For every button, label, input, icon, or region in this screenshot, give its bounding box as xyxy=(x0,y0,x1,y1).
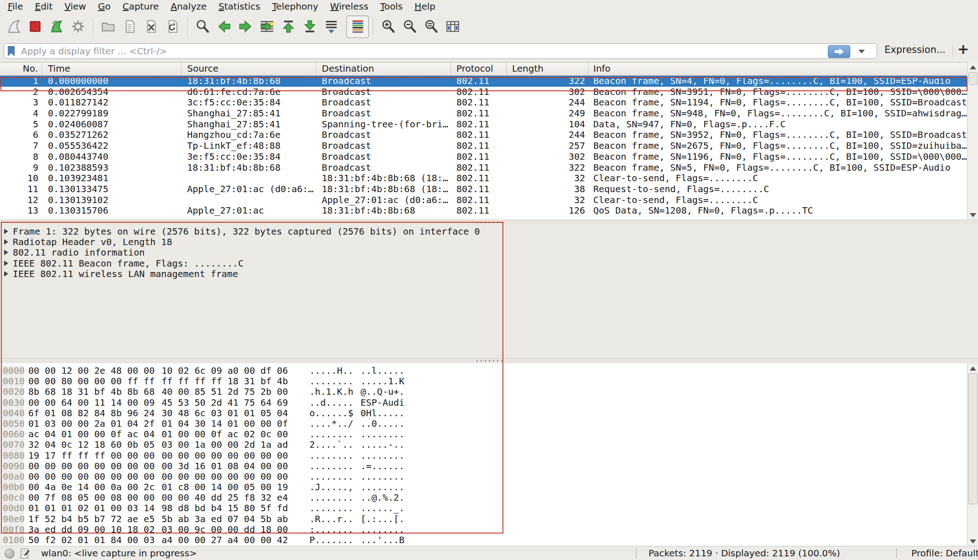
packet-list-scrollbar[interactable] xyxy=(967,63,978,220)
hex-bytes-group2[interactable]: 00 00 00 00 00 00 00 00 xyxy=(162,471,288,482)
expand-arrow-icon[interactable] xyxy=(4,271,8,277)
expand-arrow-icon[interactable] xyxy=(4,250,8,255)
hex-bytes-group1[interactable]: 6f 01 08 82 84 8b 96 24 xyxy=(28,408,155,419)
hex-bytes-group1[interactable]: 00 7f 08 05 00 08 00 00 xyxy=(28,492,155,503)
hex-bytes-group1[interactable]: 01 01 01 02 01 00 03 14 xyxy=(28,503,155,513)
hex-bytes-group1[interactable]: 1f 52 b4 b5 b7 72 ae e5 xyxy=(28,514,155,524)
hex-ascii-group2[interactable]: ESP-Audi xyxy=(361,398,406,408)
hex-row[interactable]: 0020 8b 68 18 31 bf 4b 8b 68 40 00 85 51… xyxy=(0,387,968,397)
hex-row[interactable]: 00d0 01 01 01 02 01 00 03 14 98 d8 bd b4… xyxy=(0,503,968,513)
hex-bytes-group1[interactable]: ac 04 01 00 00 0f ac 04 xyxy=(28,429,155,440)
hex-ascii-group2[interactable]: 0Hl..... xyxy=(361,408,406,419)
display-filter-input[interactable]: Apply a display filter ... <Ctrl-/> xyxy=(4,43,877,59)
hex-row[interactable]: 00e0 1f 52 b4 b5 b7 72 ae e5 5b ab 3a ed… xyxy=(0,514,968,524)
go-forward-button[interactable] xyxy=(235,16,256,37)
column-header-time[interactable]: Time xyxy=(42,63,182,75)
packet-bytes-scrollbar[interactable] xyxy=(967,364,978,546)
packet-row[interactable]: 4 0.022799189 Shanghai_27:85:41 Broadcas… xyxy=(0,108,968,119)
column-header-no[interactable]: No. xyxy=(0,63,42,75)
expand-arrow-icon[interactable] xyxy=(4,229,8,234)
hex-ascii-group1[interactable]: .....H.. xyxy=(309,366,355,376)
packet-row[interactable]: 11 0.130133475 Apple_27:01:ac (d0:a6:… 1… xyxy=(0,184,968,195)
scroll-down-icon[interactable] xyxy=(968,210,978,220)
hex-ascii-group2[interactable]: ........ xyxy=(361,471,406,482)
hex-ascii-group1[interactable]: ....*../ xyxy=(309,419,355,429)
restart-capture-button[interactable] xyxy=(46,16,67,37)
hex-bytes-group2[interactable]: 45 53 50 2d 41 75 64 69 xyxy=(162,398,288,408)
hex-bytes-group1[interactable]: 00 00 00 00 00 00 00 00 xyxy=(28,461,155,471)
hex-ascii-group1[interactable]: ........ xyxy=(309,492,355,503)
hex-ascii-group1[interactable]: 2....`.. xyxy=(309,440,355,450)
hex-bytes-group2[interactable]: 01 c8 00 14 00 05 00 19 xyxy=(162,482,288,492)
packet-row[interactable]: 13 0.130315706 Apple_27:01:ac 18:31:bf:4… xyxy=(0,205,968,216)
hex-bytes-group1[interactable]: 00 00 80 00 00 00 ff ff xyxy=(28,376,155,387)
menu-item[interactable]: Go xyxy=(92,0,117,13)
hex-bytes-group2[interactable]: 00 00 40 dd 25 f8 32 e4 xyxy=(162,492,288,503)
go-to-packet-button[interactable] xyxy=(256,16,277,37)
hex-ascii-group2[interactable]: ........ xyxy=(361,429,406,440)
zoom-reset-button[interactable] xyxy=(420,16,442,37)
packet-row[interactable]: 6 0.035271262 Hangzhou_cd:7a:6e Broadcas… xyxy=(0,130,968,141)
hex-ascii-group2[interactable]: [.:...[. xyxy=(361,514,406,524)
add-filter-button[interactable]: + xyxy=(957,41,969,57)
hex-ascii-group1[interactable]: .h.1.K.h xyxy=(309,387,355,397)
open-file-button[interactable] xyxy=(97,16,119,37)
hex-ascii-group2[interactable]: .....-.. xyxy=(361,440,406,450)
go-first-packet-button[interactable] xyxy=(277,16,299,37)
hex-bytes-group2[interactable]: 98 d8 bd b4 15 80 5f fd xyxy=(162,503,288,513)
hex-row[interactable]: 0050 01 03 00 00 2a 01 04 2f 01 04 30 14… xyxy=(0,419,968,429)
column-header-info[interactable]: Info xyxy=(589,63,968,75)
scroll-down-icon[interactable] xyxy=(968,537,978,546)
capture-options-button[interactable] xyxy=(67,16,89,37)
packet-row[interactable]: 7 0.055536422 Tp-LinkT_ef:48:88 Broadcas… xyxy=(0,141,968,152)
hex-bytes-group1[interactable]: 00 00 00 00 00 00 00 00 xyxy=(28,471,155,482)
hex-row[interactable]: 0070 32 04 0c 12 18 60 0b 05 03 00 1a 00… xyxy=(0,440,968,450)
detail-tree-row[interactable]: Radiotap Header v0, Length 18 xyxy=(0,236,978,247)
capture-comment-icon[interactable] xyxy=(20,548,30,560)
start-capture-button[interactable] xyxy=(3,16,24,37)
hex-bytes-group2[interactable]: 5b ab 3a ed 07 04 5b ab xyxy=(162,514,288,524)
hex-ascii-group2[interactable]: ........ xyxy=(361,450,406,461)
hex-ascii-group2[interactable]: ........ xyxy=(361,482,406,492)
filter-history-dropdown-icon[interactable] xyxy=(858,50,865,53)
go-back-button[interactable] xyxy=(213,16,235,37)
hex-bytes-group2[interactable]: a4 00 00 27 a4 00 00 42 xyxy=(162,535,288,545)
apply-filter-button[interactable] xyxy=(828,45,850,58)
menu-item[interactable]: Analyze xyxy=(165,0,213,13)
hex-bytes-group2[interactable]: 03 00 9c 00 00 dd 18 00 xyxy=(162,524,288,535)
column-header-length[interactable]: Length xyxy=(507,63,589,75)
hex-ascii-group1[interactable]: ........ xyxy=(309,461,355,471)
hex-ascii-group2[interactable]: ..@.%.2. xyxy=(361,492,406,503)
scroll-up-icon[interactable] xyxy=(968,63,978,72)
zoom-out-button[interactable] xyxy=(399,16,420,37)
packet-row[interactable]: 2 0.002654354 d6:61:fe:cd:7a:6e Broadcas… xyxy=(0,87,968,98)
hex-bytes-group1[interactable]: 8b 68 18 31 bf 4b 8b 68 xyxy=(28,387,155,397)
hex-ascii-group1[interactable]: .J....., xyxy=(309,482,355,492)
hex-row[interactable]: 0030 00 00 64 00 11 14 00 09 45 53 50 2d… xyxy=(0,398,968,408)
hex-bytes-group2[interactable]: 00 3d 16 01 08 04 00 00 xyxy=(162,461,288,471)
expand-arrow-icon[interactable] xyxy=(4,239,8,245)
menu-item[interactable]: Edit xyxy=(29,0,58,13)
resize-columns-button[interactable] xyxy=(442,16,463,37)
hex-ascii-group1[interactable]: ........ xyxy=(309,429,355,440)
hex-ascii-group1[interactable]: ........ xyxy=(309,450,355,461)
hex-ascii-group2[interactable]: ..0..... xyxy=(361,419,406,429)
reload-file-button[interactable] xyxy=(162,16,183,37)
packet-row[interactable]: 12 0.130139102 Apple_27:01:ac (d0:a6:… 8… xyxy=(0,195,968,206)
expression-button[interactable]: Expression... xyxy=(884,44,946,55)
hex-row[interactable]: 00f0 3a ed dd 09 00 10 18 02 03 00 9c 00… xyxy=(0,524,968,535)
hex-row[interactable]: 0090 00 00 00 00 00 00 00 00 00 3d 16 01… xyxy=(0,461,968,471)
packet-row[interactable]: 10 0.103923481 18:31:bf:4b:8b:68 (18:… 8… xyxy=(0,173,968,184)
packet-row[interactable]: 5 0.024060087 Shanghai_27:85:41 Spanning… xyxy=(0,119,968,130)
expert-info-icon[interactable] xyxy=(5,549,15,559)
hex-row[interactable]: 00c0 00 7f 08 05 00 08 00 00 00 00 40 dd… xyxy=(0,492,968,503)
menu-item[interactable]: Help xyxy=(408,0,441,13)
zoom-in-button[interactable] xyxy=(377,16,399,37)
go-last-packet-button[interactable] xyxy=(299,16,320,37)
hex-bytes-group2[interactable]: 01 00 00 0f ac 02 0c 00 xyxy=(162,429,288,440)
hex-bytes-group1[interactable]: 00 00 12 00 2e 48 00 00 xyxy=(28,366,155,376)
stop-capture-button[interactable] xyxy=(24,16,46,37)
hex-bytes-group2[interactable]: 01 04 30 14 01 00 00 0f xyxy=(162,419,288,429)
menu-item[interactable]: Capture xyxy=(116,0,165,13)
menu-item[interactable]: Wireless xyxy=(324,0,374,13)
